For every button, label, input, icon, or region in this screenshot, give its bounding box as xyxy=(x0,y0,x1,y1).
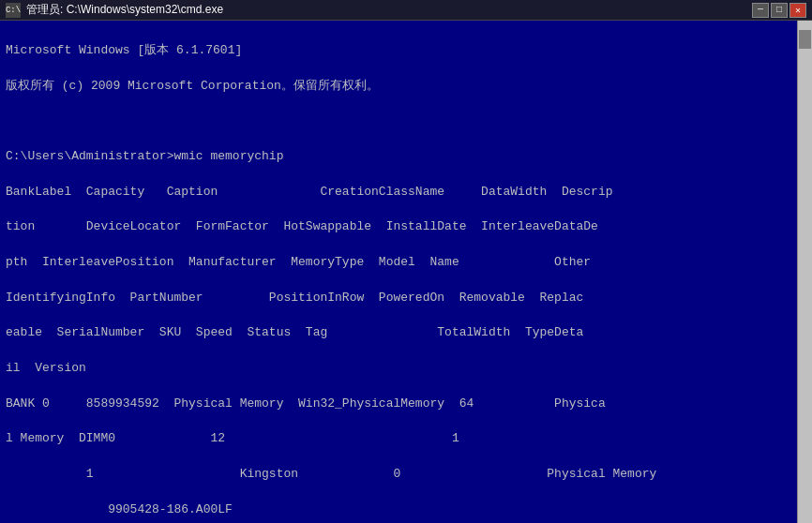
output-line-11: BANK 0 8589934592 Physical Memory Win32_… xyxy=(6,396,806,413)
output-line-3 xyxy=(6,112,806,130)
minimize-button[interactable]: ─ xyxy=(752,3,769,18)
output-line-4: C:\Users\Administrator>wmic memorychip xyxy=(6,148,806,166)
output-line-8: IdentifyingInfo PartNumber PositionInRow… xyxy=(6,290,806,307)
output-line-2: 版权所有 (c) 2009 Microsoft Corporation。保留所有… xyxy=(6,78,806,96)
cmd-output: Microsoft Windows [版本 6.1.7601] 版权所有 (c)… xyxy=(6,24,806,523)
cmd-window: Microsoft Windows [版本 6.1.7601] 版权所有 (c)… xyxy=(0,21,812,523)
output-line-1: Microsoft Windows [版本 6.1.7601] xyxy=(6,42,806,60)
scrollbar-thumb[interactable] xyxy=(799,30,811,49)
cmd-icon: C:\ xyxy=(6,3,21,18)
output-line-13: 1 Kingston 0 Physical Memory xyxy=(6,466,806,484)
output-line-5: BankLabel Capacity Caption CreationClass… xyxy=(6,184,806,202)
output-line-10: il Version xyxy=(6,360,806,378)
titlebar: C:\ 管理员: C:\Windows\system32\cmd.exe ─ □… xyxy=(0,0,812,21)
maximize-button[interactable]: □ xyxy=(771,3,788,18)
output-line-6: tion DeviceLocator FormFactor HotSwappab… xyxy=(6,218,806,236)
titlebar-title: 管理员: C:\Windows\system32\cmd.exe xyxy=(26,2,752,18)
close-button[interactable]: ✕ xyxy=(789,3,806,18)
output-line-12: l Memory DIMM0 12 1 xyxy=(6,430,806,448)
output-line-7: pth InterleavePosition Manufacturer Memo… xyxy=(6,254,806,272)
output-line-9: eable SerialNumber SKU Speed Status Tag … xyxy=(6,324,806,342)
window-controls: ─ □ ✕ xyxy=(752,3,806,18)
output-line-14: 9905428-186.A00LF xyxy=(6,501,806,519)
scrollbar[interactable] xyxy=(797,21,812,523)
